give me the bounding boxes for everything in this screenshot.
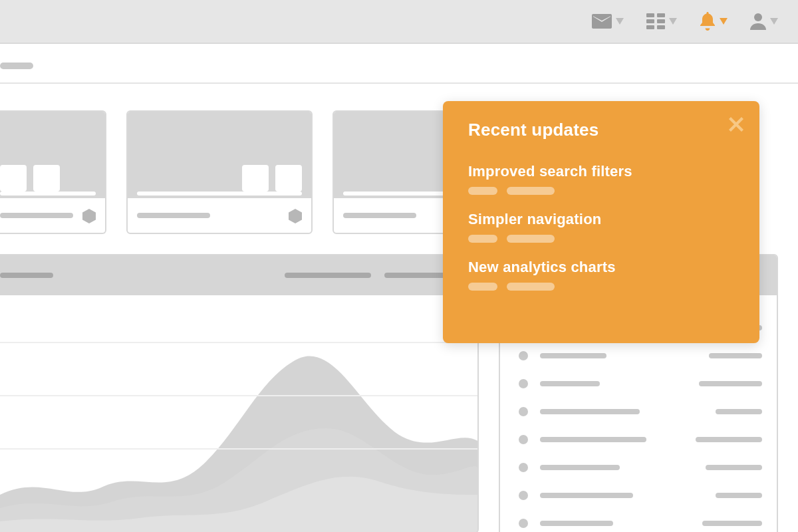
notification-list: Improved search filters Simpler navigati…	[468, 163, 737, 291]
svg-rect-1	[657, 13, 665, 17]
notification-title: Improved search filters	[468, 163, 737, 180]
notification-meta	[468, 283, 737, 291]
topbar-mail[interactable]	[592, 14, 624, 29]
svg-rect-3	[657, 19, 665, 23]
list-item[interactable]	[519, 454, 762, 481]
svg-rect-2	[646, 19, 654, 23]
list-item[interactable]	[519, 370, 762, 398]
list-item[interactable]	[519, 426, 762, 454]
list-item[interactable]	[519, 481, 762, 509]
notification-item[interactable]: Simpler navigation	[468, 211, 737, 243]
close-icon	[729, 122, 743, 134]
svg-rect-4	[646, 25, 654, 29]
chevron-down-icon	[770, 18, 778, 25]
notification-title: Simpler navigation	[468, 211, 737, 228]
topbar	[0, 0, 798, 44]
list-item[interactable]	[519, 398, 762, 426]
hex-icon	[82, 209, 96, 223]
svg-rect-0	[646, 13, 654, 17]
list-item[interactable]	[519, 342, 762, 370]
close-button[interactable]	[729, 117, 743, 132]
mail-icon	[592, 14, 612, 29]
notification-meta	[468, 187, 737, 195]
notification-item[interactable]: Improved search filters	[468, 163, 737, 195]
notifications-popover: Recent updates Improved search filters S…	[443, 101, 759, 343]
apps-icon	[646, 13, 665, 29]
chart-body	[0, 295, 477, 532]
notification-title: New analytics charts	[468, 259, 737, 276]
summary-card[interactable]	[126, 110, 313, 234]
analytics-chart-panel	[0, 254, 479, 532]
popover-title: Recent updates	[468, 120, 737, 140]
topbar-user[interactable]	[750, 13, 778, 30]
area-chart	[0, 295, 479, 532]
chevron-down-icon	[616, 18, 624, 25]
user-icon	[750, 13, 766, 30]
page-body: Recent updates Improved search filters S…	[0, 44, 798, 532]
hex-icon	[289, 209, 302, 223]
list-item[interactable]	[519, 509, 762, 532]
card-thumbnail	[0, 112, 105, 198]
divider	[0, 82, 798, 84]
chevron-down-icon	[720, 18, 728, 25]
svg-point-6	[754, 13, 762, 21]
summary-card[interactable]	[0, 110, 106, 234]
svg-rect-5	[657, 25, 665, 29]
chevron-down-icon	[669, 18, 677, 25]
chart-toolbar	[0, 255, 477, 295]
notification-item[interactable]: New analytics charts	[468, 259, 737, 291]
card-thumbnail	[128, 112, 311, 198]
bell-icon	[700, 12, 716, 31]
topbar-apps[interactable]	[646, 13, 677, 29]
topbar-notifications[interactable]	[700, 12, 728, 31]
page-title-placeholder	[0, 63, 33, 69]
notification-meta	[468, 235, 737, 243]
